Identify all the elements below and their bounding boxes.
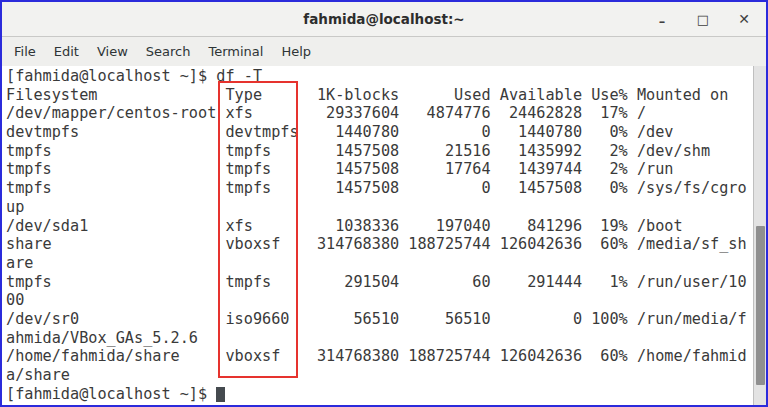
maximize-button[interactable]: □ bbox=[695, 10, 711, 28]
terminal-line: 00 bbox=[6, 291, 766, 310]
terminal-line: /dev/sr0 iso9660 56510 56510 0 100% /run… bbox=[6, 310, 766, 329]
menu-item-file[interactable]: File bbox=[5, 39, 45, 64]
titlebar[interactable]: fahmida@localhost:~ – □ ✕ bbox=[2, 2, 766, 37]
menubar: File Edit View Search Terminal Help bbox=[2, 37, 766, 66]
terminal-line: up bbox=[6, 198, 766, 217]
menu-item-help[interactable]: Help bbox=[272, 39, 320, 64]
terminal-cursor bbox=[216, 387, 225, 402]
terminal-line: /dev/sda1 xfs 1038336 197040 841296 19% … bbox=[6, 217, 766, 236]
terminal-line: Filesystem Type 1K-blocks Used Available… bbox=[6, 86, 766, 105]
terminal-line: devtmpfs devtmpfs 1440780 0 1440780 0% /… bbox=[6, 123, 766, 142]
terminal-screen[interactable]: [fahmida@localhost ~]$ df -TFilesystem T… bbox=[2, 66, 766, 403]
menu-item-terminal[interactable]: Terminal bbox=[199, 39, 272, 64]
terminal-line: /home/fahmida/share vboxsf 314768380 188… bbox=[6, 347, 766, 366]
terminal-line: tmpfs tmpfs 1457508 17764 1439744 2% /ru… bbox=[6, 160, 766, 179]
terminal-area[interactable]: [fahmida@localhost ~]$ df -TFilesystem T… bbox=[2, 66, 766, 405]
terminal-window: fahmida@localhost:~ – □ ✕ File Edit View… bbox=[0, 0, 768, 407]
close-button[interactable]: ✕ bbox=[736, 10, 752, 28]
terminal-line: tmpfs tmpfs 291504 60 291444 1% /run/use… bbox=[6, 273, 766, 292]
scrollbar[interactable] bbox=[753, 66, 766, 405]
terminal-line: are bbox=[6, 254, 766, 273]
terminal-line: ahmida/VBox_GAs_5.2.6 bbox=[6, 329, 766, 348]
maximize-icon: □ bbox=[697, 13, 709, 26]
menu-item-view[interactable]: View bbox=[88, 39, 137, 64]
terminal-line: share vboxsf 314768380 188725744 1260426… bbox=[6, 235, 766, 254]
minimize-button[interactable]: – bbox=[654, 10, 670, 28]
terminal-line: [fahmida@localhost ~]$ bbox=[6, 385, 766, 404]
window-title: fahmida@localhost:~ bbox=[2, 11, 766, 27]
close-icon: ✕ bbox=[738, 12, 750, 26]
menu-item-search[interactable]: Search bbox=[137, 39, 200, 64]
scrollbar-thumb[interactable] bbox=[756, 226, 765, 385]
terminal-line: /dev/mapper/centos-root xfs 29337604 487… bbox=[6, 104, 766, 123]
menu-item-edit[interactable]: Edit bbox=[45, 39, 88, 64]
terminal-line: tmpfs tmpfs 1457508 21516 1435992 2% /de… bbox=[6, 142, 766, 161]
terminal-line: [fahmida@localhost ~]$ df -T bbox=[6, 67, 766, 86]
terminal-line: tmpfs tmpfs 1457508 0 1457508 0% /sys/fs… bbox=[6, 179, 766, 198]
minimize-icon: – bbox=[659, 15, 666, 28]
window-controls: – □ ✕ bbox=[654, 10, 766, 28]
terminal-line: a/share bbox=[6, 366, 766, 385]
